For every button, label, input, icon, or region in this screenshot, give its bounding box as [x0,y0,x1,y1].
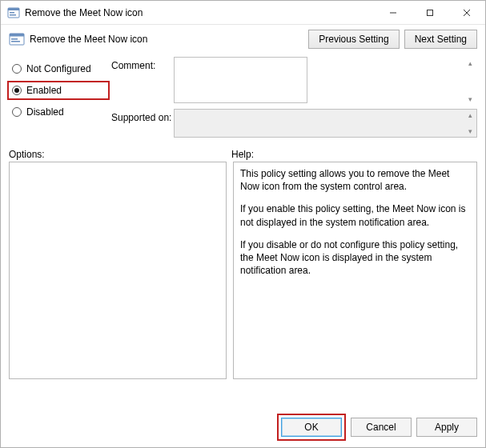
radio-enabled[interactable]: Enabled [7,81,110,100]
next-setting-button[interactable]: Next Setting [404,30,477,49]
header-row: Remove the Meet Now icon Previous Settin… [1,25,485,52]
help-paragraph: If you disable or do not configure this … [240,238,470,278]
close-button[interactable] [448,1,485,25]
options-label: Options: [9,149,231,160]
policy-title: Remove the Meet Now icon [30,34,147,45]
fields-column: Comment: ▴ ▾ Supported on: ▴ ▾ [111,57,477,141]
supported-on-label: Supported on: [111,109,174,138]
radio-disabled[interactable]: Disabled [9,103,111,121]
comment-input[interactable] [174,57,307,103]
panes-labels: Options: Help: [1,141,485,162]
config-area: Not Configured Enabled Disabled Comment:… [1,52,485,141]
state-column: Not Configured Enabled Disabled [9,57,111,141]
scroll-up-icon[interactable]: ▴ [464,110,476,120]
scroll-down-icon[interactable]: ▾ [464,126,476,136]
radio-label: Not Configured [26,63,91,74]
scroll-down-icon[interactable]: ▾ [464,94,476,104]
svg-rect-9 [10,34,24,37]
cancel-button[interactable]: Cancel [351,418,412,437]
scroll-up-icon[interactable]: ▴ [464,58,476,68]
svg-rect-5 [428,10,433,15]
svg-rect-2 [10,12,14,14]
comment-label: Comment: [111,57,174,106]
help-pane: This policy setting allows you to remove… [233,162,477,379]
dialog-buttons: OK Cancel Apply [277,414,477,441]
previous-setting-button[interactable]: Previous Setting [308,30,399,49]
apply-button[interactable]: Apply [416,418,477,437]
radio-icon [12,86,22,95]
radio-label: Disabled [26,106,64,118]
ok-button[interactable]: OK [281,418,342,437]
titlebar: Remove the Meet Now icon [1,1,485,25]
svg-rect-1 [8,8,19,10]
svg-rect-10 [11,38,18,40]
supported-on-box [174,109,477,138]
svg-rect-3 [10,14,16,16]
maximize-button[interactable] [412,1,448,25]
window-title: Remove the Meet Now icon [25,7,143,18]
radio-label: Enabled [26,85,62,96]
ok-button-highlight: OK [277,414,346,441]
titlebar-app-icon [7,6,20,19]
radio-icon [12,107,22,117]
svg-rect-11 [11,41,20,42]
help-label: Help: [231,149,254,160]
panes: This policy setting allows you to remove… [1,162,485,379]
minimize-button[interactable] [375,1,412,25]
help-paragraph: This policy setting allows you to remove… [240,167,470,193]
radio-icon [12,64,22,74]
options-pane [9,162,227,379]
help-paragraph: If you enable this policy setting, the M… [240,202,470,228]
radio-not-configured[interactable]: Not Configured [9,60,111,78]
policy-icon [9,31,25,47]
